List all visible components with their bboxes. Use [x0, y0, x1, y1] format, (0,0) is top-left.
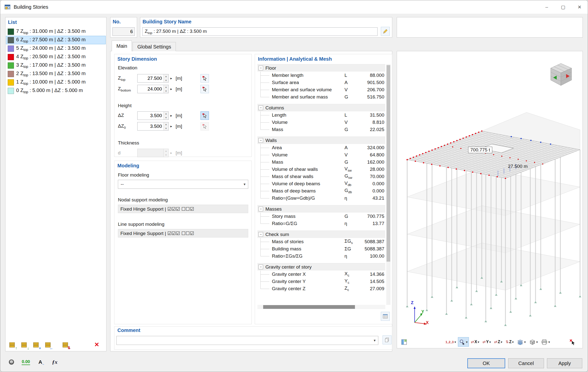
minimize-button[interactable]: – [539, 0, 555, 14]
collapse-icon[interactable]: − [258, 138, 263, 143]
table-row[interactable]: VolumeV64.800 [257, 151, 385, 158]
nodal-support-field[interactable]: Fixed Hinge Support | ☑☑☑ ☐☐☑ [118, 205, 248, 213]
floor-modeling-select[interactable]: -- ▾ [118, 180, 248, 189]
table-row[interactable]: Gravity center YYc14.505 [257, 278, 385, 285]
param-menu-icon[interactable]: ► [170, 77, 173, 80]
rename-story-button[interactable] [381, 27, 390, 36]
collapse-icon[interactable]: − [258, 105, 263, 110]
table-row[interactable]: MassG22.025 [257, 126, 385, 133]
table-row[interactable]: Building massΣG5088.387 [257, 245, 385, 252]
new-story-below-button[interactable]: ↓ [19, 340, 28, 349]
graphic-options-button[interactable] [399, 337, 409, 347]
spin-down-icon[interactable]: ▼ [164, 89, 168, 93]
collapse-icon[interactable]: − [258, 265, 263, 269]
spin-down-icon[interactable]: ▼ [164, 116, 168, 120]
table-row[interactable]: Member and surface volumeV206.700 [257, 86, 385, 93]
table-row[interactable]: Gravity center XXc14.366 [257, 271, 385, 278]
navigation-cube[interactable] [546, 61, 576, 88]
pick-zbottom-button[interactable] [200, 85, 209, 93]
renumber-stories-button[interactable]: ⇅ [61, 340, 70, 349]
list-item-story-1[interactable]: 1 Ztop : 10.000 m | ΔZ : 5.000 m [6, 78, 106, 87]
table-row[interactable]: Ratio=G/ΣGη13.77 [257, 220, 385, 227]
story-name-input[interactable]: Ztop : 27.500 m | ΔZ : 3.500 m [142, 27, 378, 36]
pick-dz-button[interactable] [200, 111, 209, 120]
apply-button[interactable]: Apply [547, 358, 582, 368]
numbering-button[interactable]: 1,2,3▾ [444, 337, 457, 347]
visibility-button[interactable]: ▾ [458, 337, 469, 347]
copy-comment-button[interactable] [383, 335, 392, 344]
table-row[interactable]: VolumeV8.810 [257, 119, 385, 126]
print-button[interactable]: ▾ [540, 337, 551, 347]
spin-up-icon[interactable]: ▲ [164, 112, 168, 116]
copy-story-button[interactable]: ↔ [43, 340, 52, 349]
view-z-flip-button[interactable]: ⇅Z▾ [504, 337, 515, 347]
maximize-button[interactable]: ▢ [555, 0, 571, 14]
table-row[interactable]: Mass of shear wallsGsw70.000 [257, 173, 385, 180]
tab-global-settings[interactable]: Global Settings [133, 42, 176, 51]
collapse-icon[interactable]: − [258, 66, 263, 70]
model-viewport[interactable]: 700.775 t 27.500 m Z Y X 1,2,3▾▾⇄X▾⇄Y▾⇄Z… [397, 51, 583, 348]
formula-button[interactable]: ƒx [49, 357, 60, 367]
horizontal-scrollbar[interactable] [257, 305, 385, 309]
table-group-check-sum[interactable]: −Check sum [257, 231, 385, 238]
table-row[interactable]: Surface areaA901.500 [257, 79, 385, 86]
ok-button[interactable]: OK [467, 358, 505, 368]
display-layers-button[interactable]: ▾ [516, 337, 527, 347]
spin-down-icon[interactable]: ▼ [164, 78, 168, 82]
table-row[interactable]: Ratio=(Gsw+Gdb)/Gη43.21 [257, 194, 385, 202]
table-row[interactable]: Member and surface massG516.750 [257, 93, 385, 100]
table-row[interactable]: Member lengthL88.000 [257, 72, 385, 79]
tab-main[interactable]: Main [112, 41, 132, 51]
spin-up-icon[interactable]: ▲ [164, 74, 168, 78]
vertical-scrollbar[interactable] [386, 64, 391, 305]
table-group-columns[interactable]: −Columns [257, 104, 385, 111]
close-button[interactable]: ✕ [571, 0, 588, 14]
list-item-story-6[interactable]: 6 Ztop : 27.500 m | ΔZ : 3.500 m [6, 36, 106, 44]
insert-story-button[interactable]: + [31, 340, 40, 349]
view-x-button[interactable]: ⇄X▾ [470, 337, 481, 347]
param-menu-icon[interactable]: ► [170, 125, 173, 128]
spin-up-icon[interactable]: ▲ [164, 122, 168, 126]
clipping-box-button[interactable]: ▾ [528, 337, 539, 347]
horizontal-scrollbar-thumb[interactable] [263, 305, 355, 309]
vertical-scrollbar-thumb[interactable] [387, 65, 390, 262]
table-row[interactable]: Volume of deep beamsVdb0.000 [257, 180, 385, 187]
line-support-field[interactable]: Fixed Hinge Support | ☑☑☑ ☐☐☑ [118, 229, 248, 237]
param-menu-icon[interactable]: ► [170, 114, 173, 117]
pick-ztop-button[interactable] [200, 74, 209, 83]
list-item-story-7[interactable]: 7 Ztop : 31.000 m | ΔZ : 3.500 m [6, 27, 106, 36]
table-group-walls[interactable]: −Walls [257, 137, 385, 144]
list-item-story-5[interactable]: 5 Ztop : 24.000 m | ΔZ : 3.500 m [6, 44, 106, 53]
table-row[interactable]: MassG162.000 [257, 158, 385, 166]
table-row[interactable]: AreaA324.000 [257, 144, 385, 151]
table-row[interactable]: LengthL31.500 [257, 111, 385, 119]
story-number-input[interactable] [112, 27, 135, 36]
table-row[interactable]: Gravity center ZZc27.009 [257, 285, 385, 292]
tips-button[interactable] [6, 357, 17, 367]
spin-down-icon[interactable]: ▼ [164, 126, 168, 130]
list-item-story-3[interactable]: 3 Ztop : 17.000 m | ΔZ : 3.500 m [6, 61, 106, 70]
cancel-button[interactable]: Cancel [508, 358, 544, 368]
list-item-story-0[interactable]: 0 Ztop : 5.000 m | ΔZ : 5.000 m [6, 87, 106, 95]
language-button[interactable]: A→ [35, 357, 46, 367]
table-group-gravity-center-of-story[interactable]: −Gravity center of story [257, 263, 385, 271]
collapse-icon[interactable]: − [258, 207, 263, 211]
cancel-selection-button[interactable] [568, 337, 577, 347]
view-z-button[interactable]: ⇄Z▾ [493, 337, 504, 347]
list-item-story-2[interactable]: 2 Ztop : 13.500 m | ΔZ : 3.500 m [6, 70, 106, 78]
delete-all-stories-button[interactable]: ✕ [94, 341, 99, 348]
table-row[interactable]: Story massG700.775 [257, 213, 385, 220]
spin-up-icon[interactable]: ▲ [164, 85, 168, 89]
table-group-floor[interactable]: −Floor [257, 64, 385, 72]
table-row[interactable]: Mass of deep beamsGdb0.000 [257, 187, 385, 194]
view-y-button[interactable]: ⇄Y▾ [481, 337, 492, 347]
decimal-places-button[interactable]: 0.00 [21, 357, 31, 367]
comment-input[interactable]: ▾ [116, 336, 378, 345]
table-row[interactable]: Ratio=ΣGs/ΣGη100.00 [257, 252, 385, 260]
list-item-story-4[interactable]: 4 Ztop : 20.500 m | ΔZ : 3.500 m [6, 53, 106, 61]
param-menu-icon[interactable]: ► [170, 88, 173, 91]
collapse-icon[interactable]: − [258, 232, 263, 237]
new-story-above-button[interactable]: ↑ [7, 340, 16, 349]
open-table-button[interactable] [381, 312, 390, 321]
table-row[interactable]: Mass of storiesΣGs5088.387 [257, 238, 385, 245]
